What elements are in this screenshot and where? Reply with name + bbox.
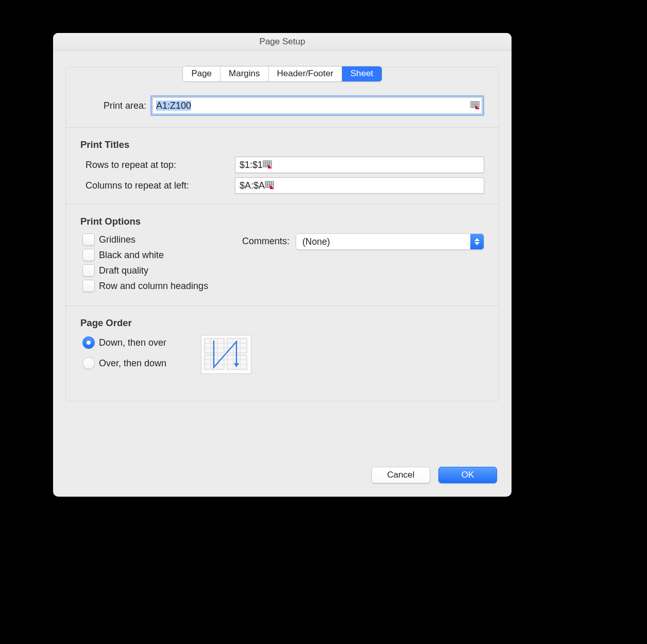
rows-repeat-label: Rows to repeat at top: [86, 160, 235, 171]
range-picker-icon[interactable] [263, 160, 272, 170]
print-area-label: Print area: [80, 100, 150, 111]
comments-label: Comments: [242, 233, 290, 249]
cols-repeat-label: Columns to repeat at left: [86, 180, 235, 191]
page-order-heading: Page Order [80, 317, 484, 329]
dialog-title: Page Setup [53, 33, 512, 50]
sheet-panel: Page Margins Header/Footer Sheet Print a… [65, 67, 499, 401]
row-col-headings-checkbox[interactable] [82, 280, 95, 292]
dialog-buttons: Cancel OK [371, 467, 497, 483]
row-col-headings-label: Row and column headings [99, 281, 208, 292]
cols-repeat-input[interactable]: $A:$A [235, 177, 484, 194]
black-white-label: Black and white [99, 250, 164, 261]
gridlines-checkbox[interactable] [82, 233, 95, 246]
tab-sheet[interactable]: Sheet [342, 66, 381, 81]
print-options-heading: Print Options [80, 216, 484, 227]
ok-button[interactable]: OK [438, 467, 497, 483]
down-then-over-radio[interactable] [82, 336, 95, 349]
black-white-checkbox[interactable] [82, 249, 95, 261]
over-then-down-radio[interactable] [82, 357, 95, 369]
tab-header-footer[interactable]: Header/Footer [269, 66, 343, 81]
print-area-input[interactable]: A1:Z100 [152, 97, 482, 114]
draft-quality-checkbox[interactable] [82, 264, 95, 277]
rows-repeat-value: $1:$1 [235, 160, 263, 171]
print-titles-heading: Print Titles [80, 139, 484, 150]
range-picker-icon[interactable] [265, 181, 274, 190]
draft-quality-label: Draft quality [99, 265, 148, 276]
rows-repeat-input[interactable]: $1:$1 [235, 157, 484, 173]
comments-popup[interactable]: (None) [296, 233, 484, 250]
gridlines-label: Gridlines [99, 234, 135, 245]
page-order-preview-icon [201, 335, 251, 374]
print-area-focus-ring: A1:Z100 [150, 95, 484, 116]
down-then-over-label: Down, then over [99, 337, 166, 348]
tab-page[interactable]: Page [183, 66, 220, 81]
page-setup-dialog: Page Setup Page Margins Header/Footer Sh… [53, 33, 512, 497]
svg-marker-25 [474, 242, 480, 245]
tab-group: Page Margins Header/Footer Sheet [182, 66, 382, 82]
range-picker-icon[interactable] [469, 100, 481, 111]
comments-value: (None) [302, 236, 330, 247]
cols-repeat-value: $A:$A [235, 180, 265, 191]
over-then-down-label: Over, then down [99, 358, 166, 369]
popup-arrows-icon [470, 234, 484, 249]
cancel-button[interactable]: Cancel [371, 467, 430, 483]
svg-marker-24 [474, 238, 480, 241]
print-area-value: A1:Z100 [156, 100, 191, 111]
tab-margins[interactable]: Margins [220, 66, 268, 81]
